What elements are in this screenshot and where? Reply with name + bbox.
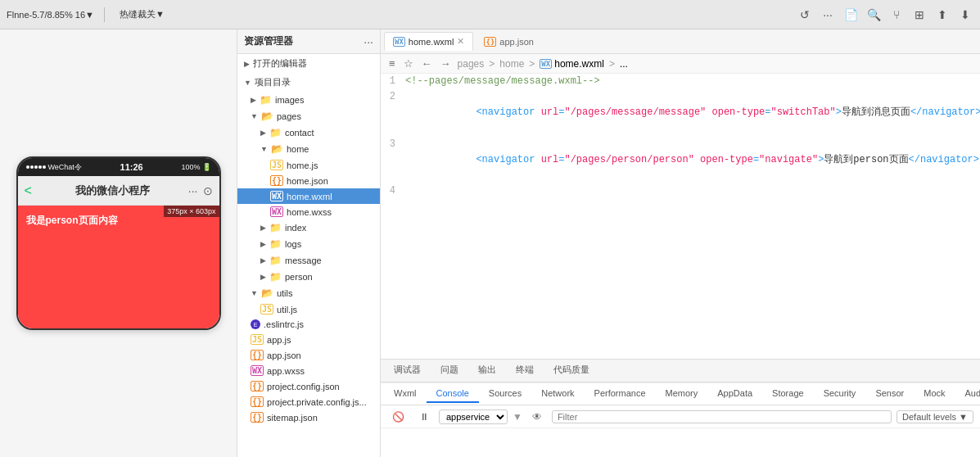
tab-performance[interactable]: Performance (585, 385, 656, 403)
pages-folder-icon: 📂 (261, 111, 273, 122)
tree-item-message[interactable]: 📁 message (237, 252, 380, 269)
search-toolbar-icon[interactable]: 🔍 (865, 7, 882, 23)
phone-back-button[interactable]: < (25, 183, 32, 198)
tree-item-contact[interactable]: 📁 contact (237, 124, 380, 141)
editor-toolbar: ≡ ☆ ← → pages > home > WX home.wxml > ..… (381, 54, 980, 74)
index-folder-icon: 📁 (269, 222, 282, 233)
folder-icon: 📁 (260, 94, 272, 106)
tree-item-app-js[interactable]: JS app.js (237, 332, 380, 347)
tree-item-home[interactable]: 📂 home (237, 141, 380, 157)
tree-item-pages[interactable]: 📂 pages (237, 108, 380, 124)
open-editor-label: 打开的编辑器 (253, 57, 307, 70)
tree-item-util-js[interactable]: JS util.js (237, 301, 380, 317)
console-pause-icon[interactable]: ⏸ (414, 409, 434, 424)
file-tree-header: 资源管理器 ··· (237, 29, 380, 54)
phone-dots-icon[interactable]: ··· (188, 184, 198, 197)
tab-debugger[interactable]: 调试器 (384, 360, 431, 381)
tree-item-person[interactable]: 📁 person (237, 269, 380, 285)
tree-item-utils[interactable]: 📂 utils (237, 285, 380, 301)
hamburger-icon[interactable]: ≡ (387, 56, 397, 71)
code-line-4: 4 (381, 183, 980, 199)
tree-item-logs[interactable]: 📁 logs (237, 236, 380, 252)
bc-arrow2: > (529, 58, 535, 70)
tab-json-icon: {} (484, 37, 496, 47)
contact-arrow (260, 129, 266, 137)
file-tree-more[interactable]: ··· (364, 35, 373, 48)
bc-file: WX home.wxml (540, 58, 604, 70)
app-json-label: app.json (267, 351, 301, 360)
tree-item-app-json[interactable]: {} app.json (237, 347, 380, 363)
bc-ellipsis: ... (620, 58, 628, 70)
project-config-icon: {} (251, 381, 264, 391)
tree-item-index[interactable]: 📁 index (237, 219, 380, 236)
tree-item-home-wxml[interactable]: WX home.wxml (237, 188, 380, 204)
tab-network[interactable]: Network (531, 385, 584, 403)
forward-icon[interactable]: → (439, 56, 453, 71)
tree-item-project-private[interactable]: {} project.private.config.js... (237, 394, 380, 409)
home-wxml-label: home.wxml (287, 192, 332, 201)
tab-audits[interactable]: Audits (955, 385, 980, 403)
signal-dot-1 (26, 165, 29, 169)
tab-code-quality[interactable]: 代码质量 (544, 360, 599, 381)
phone-camera-icon[interactable]: ⊙ (203, 184, 213, 197)
line-num-4: 4 (381, 183, 405, 199)
bc-arrow1: > (489, 58, 495, 70)
tree-item-app-wxss[interactable]: WX app.wxss (237, 363, 380, 378)
tab-wxml[interactable]: Wxml (384, 385, 427, 403)
console-clear-icon[interactable]: 🚫 (387, 409, 409, 424)
tree-item-sitemap[interactable]: {} sitemap.json (237, 409, 380, 425)
bookmark-icon[interactable]: ☆ (402, 56, 415, 71)
tree-item-home-wxss[interactable]: WX home.wxss (237, 204, 380, 219)
tree-item-project-config[interactable]: {} project.config.json (237, 378, 380, 394)
line-num-3: 3 (381, 137, 405, 184)
js-file-icon: JS (270, 160, 283, 170)
person-label: person (285, 272, 313, 282)
tab-terminal[interactable]: 终端 (506, 360, 544, 381)
tree-item-home-js[interactable]: JS home.js (237, 157, 380, 173)
breadcrumb-sep1: pages (458, 58, 485, 70)
logs-arrow (260, 240, 266, 248)
tab-problems[interactable]: 问题 (431, 360, 468, 381)
tab-app-json[interactable]: {} app.json (475, 33, 542, 50)
tab-memory[interactable]: Memory (656, 385, 708, 403)
utils-label: utils (277, 288, 293, 298)
tab-console[interactable]: Console (427, 385, 479, 403)
file-icon[interactable]: 📄 (842, 7, 859, 23)
open-editor-section[interactable]: 打开的编辑器 (237, 54, 380, 73)
index-label: index (285, 223, 306, 233)
tab-home-wxml-close[interactable]: ✕ (457, 36, 464, 47)
tab-output[interactable]: 输出 (468, 360, 506, 381)
tab-storage[interactable]: Storage (762, 385, 814, 403)
more-icon[interactable]: ··· (820, 7, 836, 23)
signal-dot-2 (30, 165, 34, 169)
tab-appdata[interactable]: AppData (707, 385, 762, 403)
tree-item-images[interactable]: 📁 images (237, 92, 380, 108)
person-arrow (260, 273, 266, 281)
upload-icon[interactable]: ⬆ (934, 7, 951, 23)
home-label: home (287, 144, 309, 154)
git-icon[interactable]: ⑂ (888, 7, 905, 23)
download-icon[interactable]: ⬇ (957, 7, 973, 23)
tab-sensor[interactable]: Sensor (865, 385, 914, 403)
phone-carrier: WeChat令 (48, 162, 82, 173)
project-private-icon: {} (251, 396, 264, 407)
service-select[interactable]: appservice (439, 409, 508, 424)
project-dir-label: 项目目录 (255, 76, 291, 88)
tab-mock[interactable]: Mock (914, 385, 955, 403)
project-dir-section[interactable]: 项目目录 (237, 73, 380, 92)
default-levels-button[interactable]: Default levels ▼ (896, 410, 973, 423)
tab-sources[interactable]: Sources (479, 385, 531, 403)
line-content-1: <!--pages/message/message.wxml--> (405, 74, 980, 89)
grid-icon[interactable]: ⊞ (911, 7, 928, 23)
console-filter-input[interactable] (552, 410, 892, 423)
tree-item-home-json[interactable]: {} home.json (237, 173, 380, 188)
eye-icon[interactable]: 👁 (527, 409, 547, 424)
back-icon[interactable]: ← (420, 56, 434, 71)
refresh-icon[interactable]: ↺ (797, 7, 813, 23)
logs-folder-icon: 📁 (269, 238, 282, 250)
tab-home-wxml[interactable]: WX home.wxml ✕ (384, 32, 473, 51)
tree-item-eslint[interactable]: E .eslintrc.js (237, 317, 380, 332)
pages-arrow (251, 112, 258, 120)
hotfix-button[interactable]: 热缝裁关▼ (115, 7, 169, 22)
tab-security[interactable]: Security (814, 385, 866, 403)
